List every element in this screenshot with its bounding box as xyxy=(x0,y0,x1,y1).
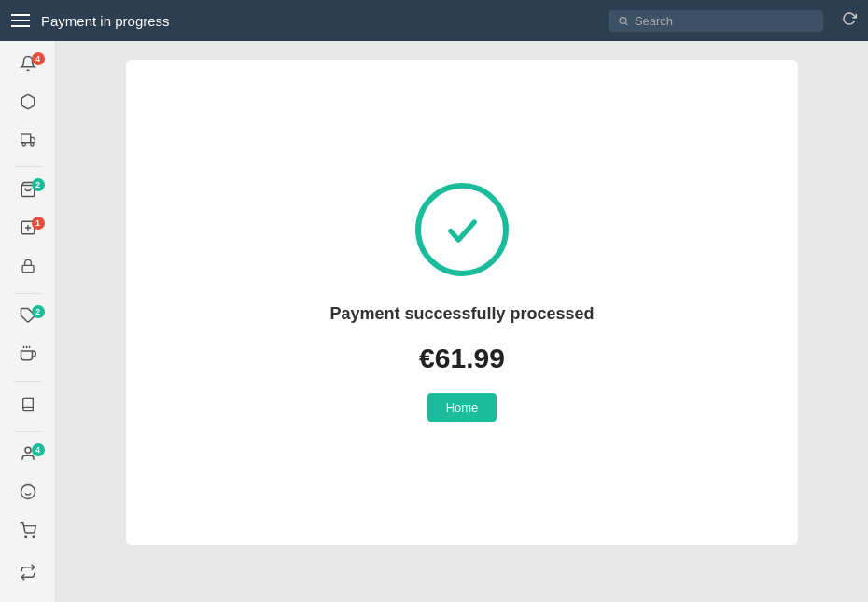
sidebar-divider-4 xyxy=(14,431,42,432)
sidebar-item-hand-tag[interactable] xyxy=(9,341,47,371)
sidebar-item-face[interactable] xyxy=(9,479,47,510)
refresh-icon[interactable] xyxy=(842,11,857,30)
svg-point-19 xyxy=(25,536,27,538)
svg-point-20 xyxy=(33,536,35,538)
payment-card: Payment successfully processed €61.99 Ho… xyxy=(126,60,798,545)
sidebar-divider-3 xyxy=(14,381,42,382)
medical-badge: 1 xyxy=(32,217,45,230)
main-layout: 4 2 xyxy=(0,41,868,602)
sidebar-bottom xyxy=(9,555,47,593)
page-title: Payment in progress xyxy=(41,13,597,29)
svg-rect-2 xyxy=(21,134,30,143)
sidebar-item-cart[interactable] xyxy=(9,517,47,548)
search-icon xyxy=(618,15,629,27)
svg-point-4 xyxy=(22,142,25,145)
cart-icon xyxy=(20,522,36,543)
svg-point-5 xyxy=(30,142,33,145)
svg-line-1 xyxy=(625,22,627,24)
notifications-badge: 4 xyxy=(32,52,45,65)
svg-point-0 xyxy=(620,17,626,23)
user-badge: 4 xyxy=(32,443,45,456)
sidebar-item-delivery[interactable] xyxy=(9,127,47,158)
delivery-icon xyxy=(19,133,37,152)
sidebar-divider-1 xyxy=(14,166,42,167)
search-input[interactable] xyxy=(635,14,814,28)
sidebar-divider-2 xyxy=(14,293,42,294)
sidebar-item-sync[interactable] xyxy=(9,555,47,593)
content-area: Payment successfully processed €61.99 Ho… xyxy=(56,41,868,602)
home-button[interactable]: Home xyxy=(427,393,497,422)
book-icon xyxy=(21,396,35,417)
checkmark-circle xyxy=(415,183,509,276)
svg-point-16 xyxy=(21,485,35,499)
tags-badge: 2 xyxy=(32,305,45,318)
face-icon xyxy=(20,483,36,505)
svg-rect-10 xyxy=(22,265,34,272)
sync-icon xyxy=(20,564,36,585)
packages-icon xyxy=(20,93,36,115)
checkmark-icon xyxy=(437,204,488,256)
topbar: Payment in progress xyxy=(0,0,868,41)
sidebar-item-shopping[interactable]: 2 xyxy=(9,176,47,207)
svg-point-15 xyxy=(25,448,31,454)
search-container xyxy=(609,10,823,32)
payment-success-text: Payment successfully processed xyxy=(329,304,594,324)
sidebar: 4 2 xyxy=(0,41,56,602)
sidebar-item-packages[interactable] xyxy=(9,89,47,119)
payment-amount: €61.99 xyxy=(419,343,505,374)
sidebar-item-book[interactable] xyxy=(9,391,47,422)
sidebar-item-notifications[interactable]: 4 xyxy=(9,50,47,81)
sidebar-item-tags[interactable]: 2 xyxy=(9,303,47,334)
sidebar-item-medical[interactable]: 1 xyxy=(9,215,47,245)
menu-icon[interactable] xyxy=(11,14,30,27)
shopping-badge: 2 xyxy=(32,178,45,191)
sidebar-item-user[interactable]: 4 xyxy=(9,441,47,472)
svg-marker-3 xyxy=(30,137,35,142)
sidebar-item-secure[interactable] xyxy=(9,253,47,284)
secure-icon xyxy=(21,258,35,279)
hand-tag-icon xyxy=(20,345,36,367)
